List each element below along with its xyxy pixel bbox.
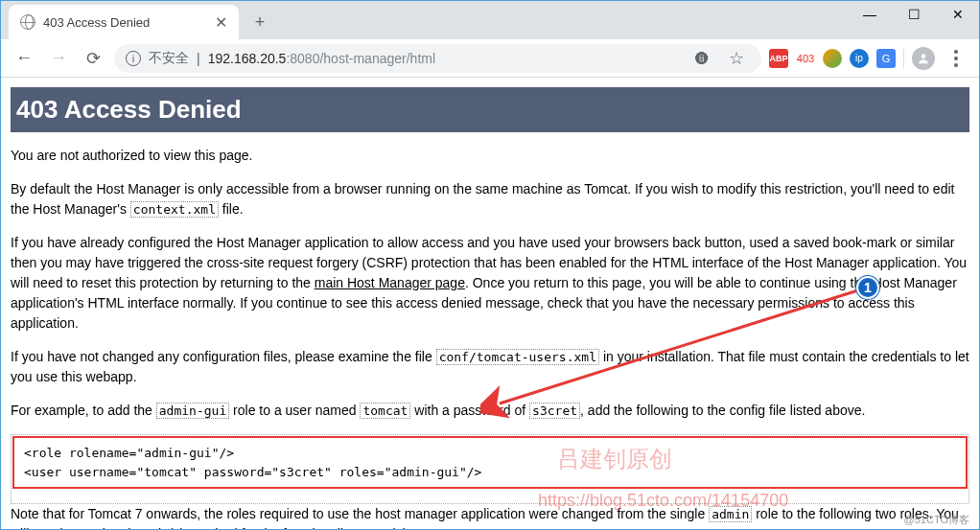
annotation-badge-1: 1	[856, 276, 879, 299]
forward-button[interactable]: →	[45, 45, 72, 72]
url-port: :8080	[286, 51, 319, 66]
google-translate-icon[interactable]: G	[876, 49, 896, 68]
code-block-border: <role rolename="admin-gui"/> <user usern…	[11, 434, 969, 504]
text: file.	[219, 201, 244, 217]
bookmark-star-icon[interactable]: ☆	[723, 45, 750, 72]
insecure-label: 不安全	[149, 50, 189, 67]
extension-403-icon[interactable]: 403	[796, 49, 815, 68]
adblock-plus-icon[interactable]: ABP	[769, 49, 788, 68]
paragraph-default-access: By default the Host Manager is only acce…	[11, 179, 969, 219]
translate-icon[interactable]: 🅖	[688, 45, 715, 72]
code-tomcat-user: tomcat	[360, 403, 410, 419]
tab-title: 403 Access Denied	[43, 15, 207, 30]
paragraph-config-files: If you have not changed any configuratio…	[11, 347, 969, 387]
page-content: 403 Access Denied You are not authorized…	[1, 78, 979, 529]
info-icon[interactable]: i	[126, 51, 141, 66]
url-path: /host-manager/html	[319, 51, 435, 66]
page-title: 403 Access Denied	[11, 87, 969, 132]
paragraph-unauthorized: You are not authorized to view this page…	[11, 146, 969, 166]
paragraph-tomcat7-note: Note that for Tomcat 7 onwards, the role…	[11, 504, 969, 529]
text: role to a user named	[229, 403, 360, 418]
globe-icon	[20, 14, 35, 30]
code-admin-gui: admin-gui	[156, 403, 229, 419]
watermark-url: https://blog.51cto.com/14154700	[538, 488, 788, 514]
code-block: <role rolename="admin-gui"/> <user usern…	[12, 436, 968, 489]
browser-toolbar: ← → ⟳ i 不安全 | 192.168.20.5:8080/host-man…	[1, 39, 979, 78]
code-s3cret: s3cret	[529, 403, 580, 419]
paragraph-example: For example, to add the admin-gui role t…	[11, 401, 969, 421]
avast-icon[interactable]	[823, 49, 842, 68]
text: For example, to add the	[11, 403, 156, 418]
text: with a password of	[410, 403, 529, 418]
main-host-manager-link[interactable]: main Host Manager page	[315, 275, 465, 290]
watermark-footer: @51CTO博客	[904, 512, 969, 528]
window-maximize-button[interactable]: ☐	[892, 0, 936, 29]
user-avatar-icon[interactable]	[912, 47, 935, 70]
ip-extension-icon[interactable]: ip	[850, 49, 869, 68]
code-context-xml: context.xml	[130, 201, 219, 218]
browser-tab[interactable]: 403 Access Denied ✕	[9, 5, 239, 39]
window-minimize-button[interactable]: —	[848, 0, 892, 29]
address-bar[interactable]: i 不安全 | 192.168.20.5:8080/host-manager/h…	[114, 44, 761, 73]
svg-point-0	[922, 54, 926, 58]
paragraph-csrf: If you have already configured the Host …	[11, 233, 969, 334]
browser-menu-button[interactable]	[943, 45, 969, 72]
toolbar-divider	[903, 49, 904, 68]
window-close-button[interactable]: ✕	[936, 0, 980, 29]
browser-tab-bar: 403 Access Denied ✕ +	[1, 1, 979, 39]
reload-button[interactable]: ⟳	[80, 45, 106, 72]
code-tomcat-users-xml: conf/tomcat-users.xml	[436, 349, 599, 365]
url-host: 192.168.20.5	[208, 51, 287, 66]
separator: |	[197, 51, 200, 66]
text: If you have not changed any configuratio…	[11, 349, 436, 364]
text: , add the following to the config file l…	[580, 403, 865, 418]
watermark-author: 吕建钊原创	[557, 442, 672, 476]
back-button[interactable]: ←	[11, 45, 37, 72]
new-tab-button[interactable]: +	[246, 9, 273, 35]
tab-close-button[interactable]: ✕	[215, 13, 227, 32]
